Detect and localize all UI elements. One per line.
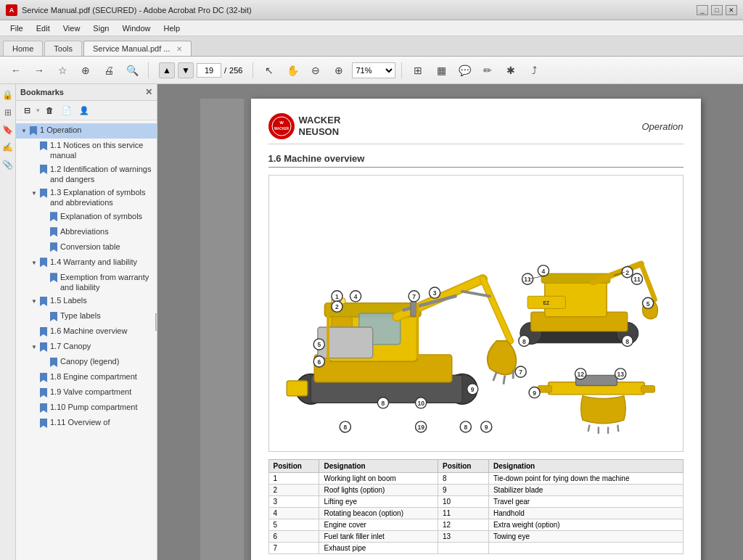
bookmark-1-11[interactable]: 1.11 Overview of: [16, 416, 157, 431]
maximize-button[interactable]: □: [711, 5, 723, 15]
minimize-button[interactable]: _: [697, 5, 708, 15]
bookmark-type-label: Type labels: [60, 310, 154, 321]
fit-width-button[interactable]: ⊞: [408, 61, 428, 80]
bookmark-abbreviations[interactable]: Abbreviations: [16, 225, 157, 240]
bookmark-1-6[interactable]: 1.6 Machine overview: [16, 324, 157, 339]
svg-rect-7: [287, 381, 307, 396]
table-cell-5-2: 13: [438, 531, 488, 543]
toggle-1-3[interactable]: [29, 188, 39, 199]
bookmark-star-button[interactable]: ☆: [52, 61, 73, 80]
bookmark-1-10[interactable]: 1.10 Pump compartment: [16, 400, 157, 416]
forward-button[interactable]: →: [29, 61, 49, 80]
bookmark-1-5[interactable]: 1.5 Labels: [16, 294, 157, 309]
pan-tool-button[interactable]: ✋: [282, 61, 303, 80]
page-number-input[interactable]: [197, 63, 221, 78]
table-cell-5-1: Fuel tank filler inlet: [319, 531, 438, 543]
properties-button[interactable]: 👤: [76, 103, 92, 118]
pen-tool-button[interactable]: ✏: [477, 61, 498, 80]
expand-all-button[interactable]: ⊟: [19, 103, 35, 118]
prev-page-button[interactable]: ▲: [159, 62, 175, 78]
bookmark-1-5-label: 1.5 Labels: [50, 295, 154, 305]
bookmark-canopy-label: Canopy (legend): [60, 356, 154, 366]
svg-text:1: 1: [335, 293, 339, 300]
bookmark-conversion[interactable]: Conversion table: [16, 240, 157, 255]
zoom-out-button[interactable]: ⊖: [305, 61, 326, 80]
col-header-position-2: Position: [438, 460, 488, 473]
bookmarks-icon[interactable]: 🔖: [1, 123, 15, 136]
comment-button[interactable]: 💬: [454, 61, 475, 80]
tab-close-button[interactable]: ✕: [176, 45, 182, 53]
share-button[interactable]: ⤴: [524, 61, 544, 80]
bookmark-1-7[interactable]: 1.7 Canopy: [16, 339, 157, 355]
bookmark-icon-expl: [49, 212, 58, 222]
toggle-1-4[interactable]: [29, 258, 39, 269]
bookmark-1-8[interactable]: 1.8 Engine compartment: [16, 370, 157, 385]
sidebar-close-button[interactable]: ✕: [145, 87, 152, 97]
table-cell-4-1: Engine cover: [319, 519, 438, 531]
tab-tools[interactable]: Tools: [44, 41, 82, 56]
bookmark-1-11-label: 1.11 Overview of: [50, 417, 154, 427]
select-tool-button[interactable]: ↖: [259, 61, 279, 80]
close-button[interactable]: ✕: [726, 5, 737, 15]
menu-sign[interactable]: Sign: [87, 22, 115, 34]
svg-rect-24: [410, 301, 416, 316]
toolbar-separator-1: [148, 62, 149, 78]
svg-text:6: 6: [317, 358, 321, 366]
toggle-abbr: [39, 227, 49, 239]
bookmark-1-1[interactable]: 1.1 Notices on this service manual: [16, 139, 157, 162]
page-view-area: W WACKER WACKERNEUSON Operation 1.6 Mach…: [157, 84, 743, 560]
menu-window[interactable]: Window: [116, 22, 156, 34]
delete-bookmark-button[interactable]: 🗑: [41, 103, 57, 118]
bookmark-canopy-legend[interactable]: Canopy (legend): [16, 355, 157, 370]
next-page-button[interactable]: ▼: [178, 62, 194, 78]
toggle-operation[interactable]: [19, 125, 29, 137]
svg-text:10: 10: [417, 400, 424, 407]
marquee-tool-button[interactable]: ▦: [431, 61, 451, 80]
table-cell-6-1: Exhaust pipe: [319, 543, 438, 554]
bookmark-1-3[interactable]: 1.3 Explanation of symbols and abbreviat…: [16, 186, 157, 210]
zoom-select[interactable]: 71% 50% 75% 100% 125% 150%: [352, 62, 395, 78]
bookmark-operation[interactable]: 1 Operation: [16, 123, 157, 139]
zoom-in-button[interactable]: ⊕: [329, 61, 349, 80]
section-heading-text: 1.6 Machine overview: [268, 153, 365, 164]
bookmark-expl-symbols[interactable]: Explanation of symbols: [16, 210, 157, 225]
menu-file[interactable]: File: [4, 22, 29, 34]
window-controls[interactable]: _ □ ✕: [697, 5, 737, 15]
bookmark-type-labels[interactable]: Type labels: [16, 309, 157, 324]
svg-line-41: [617, 425, 618, 432]
bookmark-1-4[interactable]: 1.4 Warranty and liability: [16, 255, 157, 271]
attachments-icon[interactable]: 📎: [1, 158, 15, 171]
add-bookmark-button[interactable]: ⊕: [75, 61, 96, 80]
toggle-1-7[interactable]: [29, 342, 39, 353]
bookmark-conv-label: Conversion table: [60, 242, 154, 252]
tab-document[interactable]: Service Manual.pdf ... ✕: [83, 41, 192, 56]
svg-text:13: 13: [617, 371, 624, 378]
bookmark-1-4-label: 1.4 Warranty and liability: [50, 257, 154, 267]
menu-view[interactable]: View: [57, 22, 86, 34]
highlight-button[interactable]: ✱: [501, 61, 521, 80]
menu-edit[interactable]: Edit: [30, 22, 56, 34]
logo-text: WACKERNEUSON: [299, 115, 341, 137]
bookmark-icon-1-1: [39, 141, 48, 151]
toggle-1-5[interactable]: [29, 296, 39, 308]
new-bookmark-button[interactable]: 📄: [59, 103, 75, 118]
bookmark-1-2[interactable]: 1.2 Identification of warnings and dange…: [16, 162, 157, 186]
toggle-1-8: [29, 372, 39, 384]
svg-text:8: 8: [381, 400, 385, 407]
bookmark-exemption[interactable]: Exemption from warranty and liability: [16, 271, 157, 295]
bookmark-1-9[interactable]: 1.9 Valve compartment: [16, 385, 157, 400]
svg-text:4: 4: [353, 293, 357, 300]
print-button[interactable]: 🖨: [99, 61, 119, 80]
pages-icon[interactable]: ⊞: [1, 106, 15, 119]
svg-text:5: 5: [646, 300, 649, 308]
menu-help[interactable]: Help: [158, 22, 186, 34]
bookmark-icon-1-8: [39, 372, 48, 382]
back-button[interactable]: ←: [6, 61, 26, 80]
toggle-conv: [39, 242, 49, 254]
bookmarks-sidebar: Bookmarks ✕ ⊟ ▾ 🗑 📄 👤 1 Operation 1.1 No…: [16, 84, 157, 560]
bookmark-icon-1-7: [39, 342, 48, 352]
bookmark-icon-canopy: [49, 357, 58, 367]
signatures-icon[interactable]: ✍: [1, 141, 15, 154]
search-button[interactable]: 🔍: [122, 61, 142, 80]
tab-home[interactable]: Home: [3, 41, 43, 56]
